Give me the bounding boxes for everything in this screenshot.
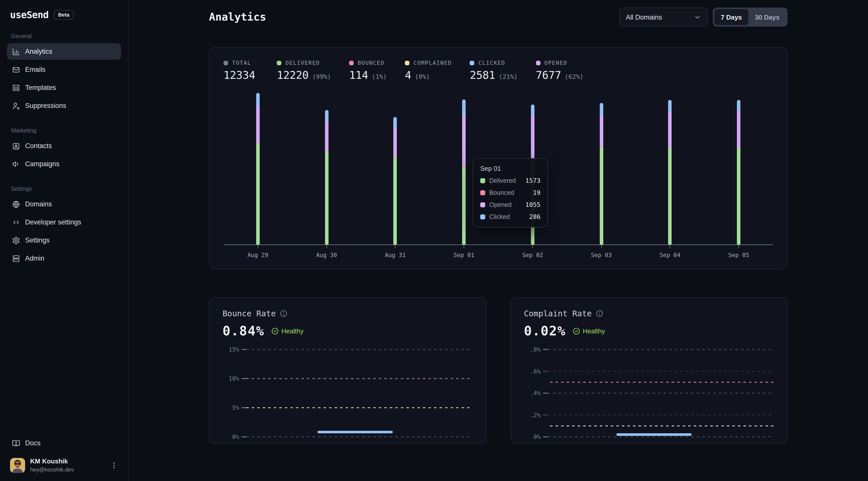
axis-slot: Sep 05 (705, 245, 773, 259)
header-controls: All Domains 7 Days 30 Days (619, 7, 787, 27)
sidebar-item-contacts[interactable]: Contacts (7, 137, 121, 154)
bar-sep-03[interactable] (567, 91, 636, 245)
tooltip-label: Delivered (489, 177, 521, 184)
sidebar-item-templates[interactable]: Templates (7, 79, 121, 96)
sidebar-section-general: General (11, 33, 117, 39)
x-axis-label: Sep 02 (522, 252, 543, 259)
main-area: Analytics All Domains 7 Days 30 Days (129, 0, 868, 481)
check-circle-icon (272, 327, 279, 334)
stat-dot (536, 61, 540, 65)
user-menu[interactable]: KM Koushik hey@koushik.dev (7, 453, 121, 474)
axis-tick (601, 245, 601, 248)
y-axis-tick (242, 378, 246, 379)
user-x-icon (12, 102, 20, 110)
axis-slot: Sep 04 (636, 245, 705, 259)
bar-aug-30[interactable] (292, 91, 361, 245)
stat-label: TOTAL (232, 60, 251, 66)
bar-segment-delivered (599, 147, 603, 245)
y-axis-tick (543, 349, 548, 350)
bar-segment-opened (325, 121, 328, 151)
stacked-bar (599, 103, 603, 245)
stat-clicked: CLICKED 2581(21%) (470, 60, 518, 81)
x-axis-label: Aug 30 (316, 252, 337, 259)
sidebar-item-emails[interactable]: Emails (7, 61, 121, 78)
threshold-line (550, 382, 774, 383)
bar-segment-delivered (256, 143, 260, 245)
y-axis-label: 15% (222, 346, 242, 353)
tooltip-row: Clicked 286 (480, 213, 540, 220)
complaint-rate-plot: .8%.6%.4%.2%0% (524, 349, 774, 437)
y-axis-label: .8% (524, 346, 543, 353)
axis-slot: Aug 30 (292, 245, 361, 259)
tooltip-title: Sep 01 (480, 165, 540, 172)
bar-segment-delivered (325, 152, 328, 245)
sidebar-bottom: Docs KM Koushik hey@koushik.dev (7, 435, 121, 474)
sidebar-item-label: Analytics (25, 48, 52, 55)
sidebar-item-domains[interactable]: Domains (7, 196, 121, 213)
stat-value: 12220 (277, 69, 308, 81)
rate-data-line (617, 433, 692, 436)
sidebar-item-docs[interactable]: Docs (7, 435, 121, 451)
bar-segment-opened (256, 106, 260, 142)
volume-axis: Aug 29Aug 30Aug 31Sep 01Sep 02Sep 03Sep … (223, 245, 773, 259)
y-axis-tick (242, 349, 246, 350)
tooltip-dot (480, 190, 485, 195)
range-7-days-button[interactable]: 7 Days (714, 9, 748, 25)
stat-pct: (0%) (415, 73, 430, 80)
complaint-rate-value: 0.02% (524, 323, 566, 339)
info-icon[interactable] (280, 310, 287, 317)
axis-slot: Sep 01 (430, 245, 499, 259)
gridline (548, 349, 774, 350)
gridline-row: .8% (524, 346, 774, 353)
axis-tick (738, 245, 739, 248)
bar-aug-31[interactable] (361, 91, 430, 245)
y-axis-label: .2% (524, 412, 543, 418)
sidebar-item-settings[interactable]: Settings (7, 232, 121, 249)
tooltip-value: 286 (529, 213, 540, 220)
rate-data-line (317, 430, 393, 433)
tooltip-row: Bounced 19 (480, 189, 540, 196)
stat-dot (349, 61, 353, 65)
bar-segment-opened (394, 128, 397, 157)
info-icon[interactable] (596, 310, 603, 317)
stacked-bar (256, 93, 260, 245)
axis-slot: Aug 31 (361, 245, 430, 259)
brand-logo[interactable]: useSend Beta (7, 7, 121, 21)
chevron-down-icon (694, 13, 701, 21)
sidebar-item-label: Contacts (25, 142, 52, 150)
bar-sep-05[interactable] (705, 91, 773, 245)
bar-segment-clicked (668, 100, 672, 111)
bounce-rate-title: Bounce Rate (222, 309, 276, 318)
sidebar-item-analytics[interactable]: Analytics (7, 43, 121, 60)
gridline (548, 393, 774, 394)
stacked-bar (394, 117, 397, 245)
bar-aug-29[interactable] (223, 91, 292, 245)
sidebar-item-campaigns[interactable]: Campaigns (7, 156, 121, 172)
stat-value: 4 (405, 69, 411, 81)
y-axis-tick (543, 437, 548, 437)
bar-sep-04[interactable] (636, 91, 705, 245)
y-axis-tick (242, 408, 246, 408)
stat-value: 12334 (223, 69, 255, 81)
gridline-row: .4% (524, 390, 774, 397)
volume-chart: Aug 29Aug 30Aug 31Sep 01Sep 02Sep 03Sep … (223, 91, 773, 259)
sidebar-item-label: Domains (25, 200, 52, 208)
bounce-rate-card: Bounce Rate 0.84% Healthy 15%10%5%0% (209, 297, 486, 444)
sidebar-item-suppressions[interactable]: Suppressions (7, 97, 121, 114)
stat-value: 7677 (536, 69, 561, 81)
globe-icon (12, 200, 20, 208)
stat-label: DELIVERED (285, 60, 320, 66)
kebab-menu-icon[interactable] (110, 461, 118, 470)
book-open-icon (12, 439, 20, 447)
range-30-days-button[interactable]: 30 Days (748, 9, 786, 25)
bar-segment-opened (737, 110, 740, 148)
sidebar-item-developer-settings[interactable]: Developer settings (7, 214, 121, 230)
x-axis-label: Sep 01 (454, 252, 474, 259)
bar-segment-opened (599, 116, 603, 147)
tooltip-value: 19 (533, 189, 540, 196)
tooltip-label: Opened (489, 201, 521, 208)
domain-filter-select[interactable]: All Domains (619, 7, 708, 27)
sidebar: useSend Beta General Analytics Emails Te… (0, 0, 129, 481)
gridline-row: 10% (222, 375, 473, 382)
sidebar-item-admin[interactable]: Admin (7, 250, 121, 267)
